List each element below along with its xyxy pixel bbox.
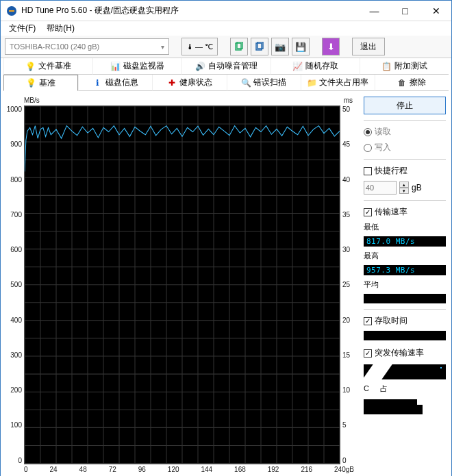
- tab-benchmark[interactable]: 💡基准: [3, 75, 78, 91]
- value-max: 957.3 MB/s: [364, 265, 446, 275]
- y-axis-unit: MB/s: [24, 97, 40, 104]
- speaker-icon: 🔊: [196, 62, 205, 71]
- tab-folder-usage[interactable]: 📁文件夹占用率: [301, 75, 375, 91]
- value-min: 817.0 MB/s: [364, 236, 446, 247]
- minimize-button[interactable]: —: [359, 1, 390, 21]
- tab-extra-tests[interactable]: 📋附加测试: [360, 58, 449, 75]
- trash-icon: 🗑: [397, 78, 407, 88]
- tab-erase[interactable]: 🗑擦除: [375, 75, 449, 91]
- screenshot-button[interactable]: 📷: [271, 38, 289, 55]
- menu-file[interactable]: 文件(F): [3, 21, 41, 36]
- y-axis-left: 10009008007006005004003002001000: [3, 105, 24, 464]
- save-button[interactable]: 💾: [292, 38, 310, 55]
- y-axis-right: 50454035302520151050: [340, 105, 357, 464]
- check-access-time[interactable]: ✓存取时间: [364, 315, 446, 327]
- close-button[interactable]: ✕: [420, 1, 451, 21]
- chart-panel: MB/s ms 10009008007006005004003002001000…: [3, 97, 357, 473]
- file-bench-icon: 💡: [26, 62, 36, 71]
- copy-info-button[interactable]: [230, 38, 248, 55]
- clipboard-icon: 📋: [382, 62, 392, 71]
- random-icon: 📈: [293, 62, 303, 71]
- label-cpu: C占: [364, 384, 446, 394]
- quick-size-spinner[interactable]: ▴▾ gB: [364, 181, 446, 195]
- value-burst-placeholder: [364, 364, 446, 379]
- app-window: HD Tune Pro 5.60 - 硬盘/固态硬盘实用程序 — □ ✕ 文件(…: [0, 0, 452, 476]
- label-avg: 平均: [364, 279, 446, 290]
- checkbox-icon: ✓: [364, 317, 372, 325]
- tabs-row-1: 💡文件基准 📊磁盘监视器 🔊自动噪音管理 📈随机存取 📋附加测试: [1, 58, 451, 75]
- radio-dot-icon: [364, 144, 372, 152]
- app-logo-icon: [6, 5, 17, 16]
- exit-button[interactable]: 退出: [352, 38, 385, 55]
- tab-random-access[interactable]: 📈随机存取: [271, 58, 360, 75]
- info-icon: ℹ: [93, 78, 103, 88]
- quick-size-unit: gB: [412, 183, 422, 192]
- tab-error-scan[interactable]: 🔍错误扫描: [227, 75, 301, 91]
- drive-select[interactable]: TOSHIBA-RC100 (240 gB): [5, 38, 169, 55]
- options-button[interactable]: ⬇: [322, 38, 340, 55]
- monitor-icon: 📊: [111, 62, 121, 71]
- drive-select-value: TOSHIBA-RC100 (240 gB): [10, 42, 99, 51]
- menu-help[interactable]: 帮助(H): [41, 21, 80, 36]
- toolbar: TOSHIBA-RC100 (240 gB) 🌡 — ℃ 📷 💾 ⬇ 退出: [1, 36, 451, 58]
- quick-size-input[interactable]: [364, 181, 397, 195]
- tab-info[interactable]: ℹ磁盘信息: [78, 75, 152, 91]
- value-access-placeholder: [364, 331, 446, 340]
- label-max: 最高: [364, 251, 446, 261]
- value-cpu-placeholder: [364, 399, 446, 414]
- folder-icon: 📁: [307, 78, 316, 88]
- radio-read[interactable]: 读取: [364, 126, 446, 138]
- window-title: HD Tune Pro 5.60 - 硬盘/固态硬盘实用程序: [21, 5, 179, 16]
- x-axis: 024487296120144168192216240gB: [3, 464, 357, 473]
- side-panel: 停止 读取 写入 快捷行程 ▴▾ gB ✓传输速率 最低 817.0 MB/s …: [364, 97, 446, 473]
- spin-down-icon[interactable]: ▾: [399, 188, 409, 194]
- svg-rect-1: [9, 10, 14, 12]
- menubar: 文件(F) 帮助(H): [1, 21, 451, 36]
- check-transfer-rate[interactable]: ✓传输速率: [364, 206, 446, 218]
- label-min: 最低: [364, 222, 446, 232]
- health-icon: ✚: [167, 78, 177, 88]
- y2-axis-unit: ms: [344, 97, 353, 104]
- radio-write[interactable]: 写入: [364, 142, 446, 153]
- value-avg-placeholder: [364, 294, 446, 303]
- checkbox-icon: ✓: [364, 208, 372, 216]
- stop-button[interactable]: 停止: [364, 97, 446, 114]
- tabs-row-2: 💡基准 ℹ磁盘信息 ✚健康状态 🔍错误扫描 📁文件夹占用率 🗑擦除: [1, 75, 451, 91]
- titlebar[interactable]: HD Tune Pro 5.60 - 硬盘/固态硬盘实用程序 — □ ✕: [1, 1, 451, 21]
- check-burst-rate[interactable]: ✓突发传输速率: [364, 347, 446, 359]
- copy-screenshot-button[interactable]: [251, 38, 268, 55]
- tab-health[interactable]: ✚健康状态: [152, 75, 226, 91]
- search-icon: 🔍: [241, 78, 251, 88]
- checkbox-icon: ✓: [364, 349, 372, 358]
- tab-aam[interactable]: 🔊自动噪音管理: [181, 58, 271, 75]
- tab-disk-monitor[interactable]: 📊磁盘监视器: [92, 58, 181, 75]
- thermometer-icon: 🌡: [186, 42, 194, 51]
- spin-up-icon[interactable]: ▴: [399, 181, 409, 188]
- bulb-icon: 💡: [27, 78, 36, 88]
- temperature-value: — ℃: [195, 42, 213, 51]
- radio-dot-icon: [364, 128, 372, 136]
- content-area: MB/s ms 10009008007006005004003002001000…: [1, 91, 451, 476]
- checkbox-icon: [364, 167, 372, 175]
- tab-file-benchmark[interactable]: 💡文件基准: [3, 58, 92, 75]
- maximize-button[interactable]: □: [390, 1, 420, 21]
- benchmark-chart: [24, 105, 340, 464]
- temperature-display: 🌡 — ℃: [181, 38, 218, 55]
- check-quick[interactable]: 快捷行程: [364, 165, 446, 177]
